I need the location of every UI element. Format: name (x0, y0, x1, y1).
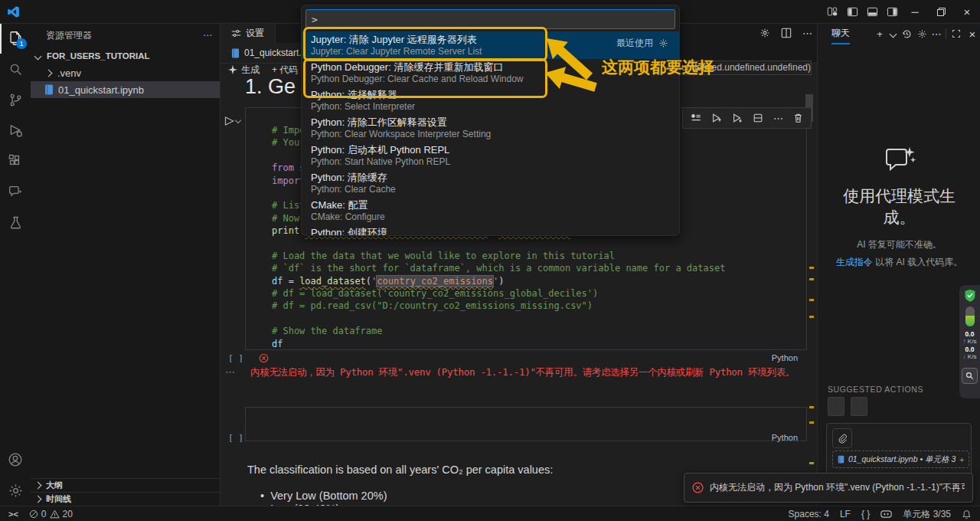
explorer-icon[interactable]: 1 (0, 23, 31, 54)
notifications-bell-icon[interactable] (956, 506, 977, 521)
cell2-language[interactable]: Python (772, 433, 798, 442)
cell2-status: [ ] Python (245, 431, 807, 444)
editor-more-icon[interactable]: ⋯ (802, 28, 812, 39)
run-queue-icon[interactable] (691, 113, 701, 123)
run-cell-button[interactable]: ▷ (225, 113, 240, 127)
run-debug-icon[interactable] (0, 115, 31, 146)
configure-keybinding-gear-icon[interactable] (658, 38, 668, 48)
overlay-widget[interactable]: 0.0 ↑ K/s 0.0 ↓ K/s (959, 285, 980, 398)
chat-header: 聊天 + ⋯ × (818, 23, 980, 44)
cell1-language[interactable]: Python (772, 353, 798, 362)
command-item[interactable]: Python: 创建环境 (302, 224, 679, 235)
command-item[interactable]: Python: 清除缓存 Python: Clear Cache (302, 169, 679, 197)
tab-settings[interactable]: 设置 (220, 23, 276, 43)
new-chat-icon[interactable]: + (873, 28, 887, 40)
maximize-button[interactable] (928, 0, 954, 23)
command-item[interactable]: CMake: 配置 CMake: Configure (302, 197, 679, 224)
chevron-down-icon (34, 52, 42, 60)
magnifier-tool-icon[interactable] (962, 368, 978, 384)
language-indicator[interactable]: { } (856, 506, 875, 521)
vscode-window: { "colors":{"accent":"#0078d4","annotati… (0, 0, 980, 521)
testing-icon[interactable] (0, 207, 31, 238)
close-panel-icon[interactable]: × (964, 28, 980, 41)
minimize-button[interactable]: ─ (902, 0, 928, 23)
code-line: df = load_dataset('country_co2_emissions… (272, 276, 725, 288)
markdown-bullet: • Very Low (Bottom 20%) (260, 490, 387, 502)
suggested-action-button[interactable] (828, 397, 844, 416)
warnings-icon (50, 510, 60, 519)
generate-instructions-link[interactable]: 生成指令 (836, 257, 873, 267)
generate-button[interactable]: 生成 (228, 64, 260, 77)
menu-item[interactable] (66, 3, 80, 20)
upload-unit: ↑ K/s (963, 338, 977, 346)
command-item[interactable]: Python: 启动本机 Python REPL Python: Start N… (302, 142, 679, 169)
delete-cell-icon[interactable] (793, 113, 803, 123)
add-attachment-icon[interactable]: + (959, 455, 964, 464)
cell-indicator[interactable]: 单元格 3/35 (897, 506, 956, 521)
upload-speed: 0.0 (965, 330, 975, 338)
tree-root-folder[interactable]: FOR_USERS_TUTORIAL (31, 48, 220, 64)
code-line (272, 238, 725, 251)
source-control-icon[interactable] (0, 84, 31, 115)
chevron-down-icon[interactable] (887, 31, 899, 37)
split-editor-icon[interactable] (781, 28, 792, 38)
divider (946, 28, 946, 39)
suggested-actions-heading: SUGGESTED ACTIONS (828, 385, 923, 394)
notification-toast[interactable]: 内核无法启动，因为 Python 环境".venv (Python -1.-1.… (684, 473, 973, 503)
settings-gear-icon[interactable] (0, 475, 31, 506)
chat-sparkle-icon (884, 146, 916, 175)
tree-item-venv[interactable]: .venv (31, 64, 220, 81)
explorer-more-icon[interactable]: ⋯ (203, 30, 212, 41)
editor-gear-icon[interactable] (760, 28, 770, 38)
notebook-file-icon (44, 84, 54, 95)
tree-item-notebook[interactable]: 01_quickstart.ipynb (31, 81, 220, 98)
split-cell-icon[interactable] (753, 113, 763, 123)
cell1-status: [ ] Python (245, 352, 807, 364)
menu-item[interactable] (80, 3, 93, 20)
explorer-title: 资源管理器 (46, 29, 92, 42)
history-icon[interactable] (899, 29, 914, 39)
chat-empty-caption: AI 答复可能不准确。 (818, 238, 980, 251)
section-timeline[interactable]: 时间线 (31, 492, 220, 506)
explorer-badge: 1 (16, 38, 27, 49)
copilot-icon[interactable] (875, 506, 897, 521)
chat-tab[interactable]: 聊天 (831, 23, 850, 44)
command-item[interactable]: Python: 清除工作区解释器设置 Python: Clear Workspa… (302, 114, 679, 142)
chat-more-icon[interactable]: ⋯ (929, 28, 943, 40)
remote-indicator[interactable]: >< (3, 506, 24, 521)
extensions-icon[interactable] (0, 146, 31, 176)
account-icon[interactable] (0, 444, 31, 475)
toggle-sidebar-icon[interactable] (842, 0, 862, 23)
run-above-icon[interactable] (711, 113, 722, 123)
error-output: ⋯ 内核无法启动，因为 Python 环境".venv (Python -1.-… (225, 366, 807, 379)
chat-icon[interactable] (0, 176, 31, 207)
search-icon[interactable] (0, 54, 31, 84)
indentation-indicator[interactable]: Spaces: 4 (783, 506, 835, 521)
menu-item[interactable] (93, 3, 107, 20)
menu-item[interactable] (24, 3, 38, 20)
chat-settings-gear-icon[interactable] (914, 29, 929, 39)
toggle-secondary-sidebar-icon[interactable] (882, 0, 902, 23)
cell-more-icon[interactable]: ⋯ (773, 113, 783, 124)
customize-layout-icon[interactable] (822, 0, 842, 23)
attach-context-button[interactable] (832, 428, 852, 448)
close-window-button[interactable]: × (954, 0, 980, 23)
suggested-action-button[interactable] (851, 397, 867, 416)
open-in-editor-icon[interactable] (949, 29, 964, 38)
problems-indicator[interactable]: 0 20 (24, 506, 78, 521)
run-below-icon[interactable] (732, 113, 743, 123)
download-speed: 0.0 (965, 346, 975, 353)
section-outline[interactable]: 大纲 (31, 478, 220, 492)
output-more-icon[interactable]: ⋯ (225, 366, 235, 378)
suggested-actions (828, 397, 874, 418)
menu-item[interactable] (38, 3, 52, 20)
attachment-chip[interactable]: 01_quickstart.ipynb • 单元格 3 + (832, 451, 969, 468)
menu-item[interactable] (52, 3, 66, 20)
kernel-error-text: 内核无法启动，因为 Python 环境".venv (Python -1.-1.… (250, 366, 795, 379)
toggle-panel-icon[interactable] (862, 0, 882, 23)
status-bar: >< 0 20 Spaces: 4 LF { } 单元格 3/35 (0, 506, 980, 521)
add-code-button[interactable]: + 代码 (272, 64, 298, 77)
eol-indicator[interactable]: LF (835, 506, 856, 521)
code-line: # df = pd.read_csv("D:/country_co2_emiss… (272, 300, 725, 313)
annotation-highlight-box-2 (303, 58, 547, 98)
